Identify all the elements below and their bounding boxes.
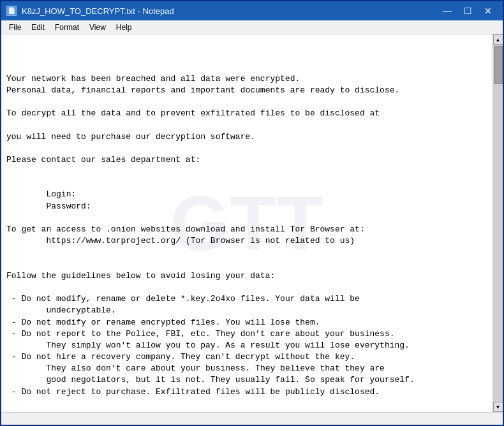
menu-help[interactable]: Help	[111, 22, 137, 33]
close-button[interactable]: ✕	[478, 4, 498, 17]
text-editor[interactable]: GTT Your network has been breached and a…	[1, 34, 493, 412]
menu-format[interactable]: Format	[50, 22, 84, 33]
scrollbar-track[interactable]	[493, 45, 503, 402]
maximize-button[interactable]: ☐	[458, 4, 477, 17]
title-bar-left: 📄 K8zJ_HOW_TO_DECRYPT.txt - Notepad	[6, 6, 174, 16]
minimize-button[interactable]: —	[438, 4, 457, 17]
content-area: GTT Your network has been breached and a…	[1, 34, 503, 412]
notepad-window: 📄 K8zJ_HOW_TO_DECRYPT.txt - Notepad — ☐ …	[0, 0, 504, 426]
window-title: K8zJ_HOW_TO_DECRYPT.txt - Notepad	[22, 6, 174, 16]
scrollbar-thumb[interactable]	[494, 46, 503, 84]
menu-view[interactable]: View	[84, 22, 111, 33]
title-bar: 📄 K8zJ_HOW_TO_DECRYPT.txt - Notepad — ☐ …	[1, 1, 503, 20]
notepad-icon: 📄	[6, 6, 17, 16]
scroll-up-button[interactable]: ▲	[493, 34, 503, 45]
text-content: Your network has been breached and all d…	[6, 73, 487, 398]
menu-file[interactable]: File	[4, 22, 26, 33]
menu-edit[interactable]: Edit	[26, 22, 50, 33]
window-controls: — ☐ ✕	[438, 4, 498, 17]
scrollbar[interactable]: ▲ ▼	[493, 34, 503, 412]
scroll-down-button[interactable]: ▼	[493, 402, 503, 412]
menu-bar: File Edit Format View Help	[1, 20, 503, 34]
status-bar	[1, 412, 503, 425]
